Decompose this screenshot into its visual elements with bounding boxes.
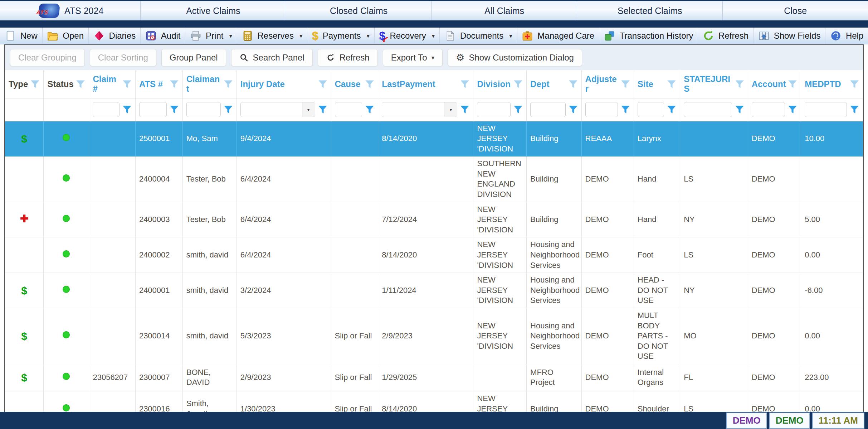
filter-funnel-icon[interactable]: [122, 105, 132, 114]
filter-funnel-icon[interactable]: [850, 80, 859, 88]
filter-funnel-icon[interactable]: [569, 105, 578, 114]
filter-funnel-icon[interactable]: [30, 80, 40, 88]
filter-funnel-icon[interactable]: [788, 80, 797, 88]
filter-funnel-icon[interactable]: [122, 80, 132, 88]
audit-button[interactable]: Audit: [141, 28, 185, 44]
panel-refresh-button[interactable]: Refresh: [318, 49, 378, 66]
tab-selected-claims[interactable]: Selected Claims: [577, 1, 722, 20]
filter-funnel-icon[interactable]: [569, 80, 578, 88]
filter-funnel-icon[interactable]: [460, 80, 469, 88]
table-row[interactable]: $2400001smith, david3/2/20241/11/2024NEW…: [5, 273, 863, 308]
filter-funnel-icon[interactable]: [318, 105, 327, 114]
payments-button[interactable]: $ Payments ▾: [307, 28, 375, 44]
transaction-history-button[interactable]: Transaction History: [599, 28, 698, 44]
filter-funnel-icon[interactable]: [170, 80, 179, 88]
new-button[interactable]: New: [0, 28, 43, 44]
filter-input-adjuster[interactable]: [585, 102, 618, 117]
combo-dropdown-button[interactable]: ▾: [302, 102, 315, 117]
table-row[interactable]: 2400004Tester, Bob6/4/2024SOUTHERN NEW E…: [5, 156, 863, 202]
chevron-down-icon[interactable]: ▾: [299, 32, 303, 40]
filter-funnel-icon[interactable]: [76, 80, 85, 88]
filter-input-site[interactable]: [638, 102, 664, 117]
filter-funnel-icon[interactable]: [621, 105, 630, 114]
chevron-down-icon[interactable]: ▾: [229, 32, 232, 40]
filter-input-medptd[interactable]: [805, 102, 847, 117]
table-row[interactable]: 2300016Smith, Jonathan1/30/2023Slip or F…: [5, 391, 863, 412]
filter-input-division[interactable]: [477, 102, 511, 117]
filter-input-ats[interactable]: [139, 102, 167, 117]
cell-adjuster: DEMO: [581, 237, 634, 273]
show-customization-dialog-button[interactable]: ⚙ Show Customization Dialog: [448, 49, 582, 66]
column-header-claim[interactable]: Claim #: [89, 70, 135, 98]
filter-input-injury[interactable]: [241, 102, 302, 117]
filter-funnel-icon[interactable]: [850, 105, 859, 114]
table-row[interactable]: $2300014smith, david5/3/2023Slip or Fall…: [5, 308, 863, 364]
cell-text: 2500001: [139, 134, 170, 143]
tab-close[interactable]: Close: [722, 1, 868, 20]
filter-input-claim[interactable]: [93, 102, 119, 117]
filter-funnel-icon[interactable]: [667, 80, 676, 88]
filter-funnel-icon[interactable]: [513, 105, 523, 114]
column-header-dept[interactable]: Dept: [527, 70, 581, 98]
column-header-ats[interactable]: ATS #: [135, 70, 182, 98]
column-header-division[interactable]: Division: [473, 70, 527, 98]
filter-funnel-icon[interactable]: [513, 80, 523, 88]
column-header-claimant[interactable]: Claimant: [182, 70, 236, 98]
column-header-cause[interactable]: Cause: [331, 70, 378, 98]
combo-dropdown-button[interactable]: ▾: [444, 102, 457, 117]
table-row[interactable]: $230562072300007BONE, DAVID2/9/2023Slip …: [5, 364, 863, 391]
filter-funnel-icon[interactable]: [170, 105, 179, 114]
chevron-down-icon[interactable]: ▾: [367, 32, 370, 40]
open-button[interactable]: Open: [43, 28, 89, 44]
filter-funnel-icon[interactable]: [735, 105, 744, 114]
tab-all-claims[interactable]: All Claims: [431, 1, 577, 20]
table-row[interactable]: 2400003Tester, Bob6/4/20247/12/2024NEW J…: [5, 202, 863, 237]
column-header-type[interactable]: Type: [5, 70, 44, 98]
filter-funnel-icon[interactable]: [365, 80, 374, 88]
help-button[interactable]: Help: [825, 28, 868, 44]
column-header-injury[interactable]: Injury Date: [236, 70, 331, 98]
refresh-button[interactable]: Refresh: [698, 28, 754, 44]
print-button[interactable]: Print ▾: [185, 28, 237, 44]
export-to-button[interactable]: Export To ▾: [383, 49, 443, 66]
column-header-lastpayment[interactable]: LastPayment: [378, 70, 473, 98]
filter-funnel-icon[interactable]: [667, 105, 676, 114]
managed-care-button[interactable]: Managed Care: [517, 28, 599, 44]
filter-input-lastpayment[interactable]: [382, 102, 444, 117]
tab-closed-claims[interactable]: Closed Claims: [286, 1, 431, 20]
chevron-down-icon[interactable]: ▾: [432, 32, 435, 40]
filter-funnel-icon[interactable]: [224, 105, 233, 114]
table-row[interactable]: $2500001Mo, Sam9/4/20248/14/2020NEW JERS…: [5, 121, 863, 156]
filter-input-claimant[interactable]: [186, 102, 221, 117]
filter-input-account[interactable]: [752, 102, 785, 117]
column-header-status[interactable]: Status: [44, 70, 89, 98]
filter-funnel-icon[interactable]: [788, 105, 797, 114]
clear-grouping-button[interactable]: Clear Grouping: [10, 49, 85, 66]
column-header-site[interactable]: Site: [634, 70, 680, 98]
column-header-account[interactable]: Account: [748, 70, 801, 98]
recovery-button[interactable]: $ Recovery ▾: [375, 28, 440, 44]
filter-funnel-icon[interactable]: [224, 80, 233, 88]
search-panel-button[interactable]: Search Panel: [231, 49, 313, 66]
chevron-down-icon[interactable]: ▾: [509, 32, 512, 40]
table-row[interactable]: 2400002smith, david6/4/20248/14/2020NEW …: [5, 237, 863, 273]
clear-sorting-button[interactable]: Clear Sorting: [90, 49, 156, 66]
column-header-adjuster[interactable]: Adjuster: [581, 70, 634, 98]
filter-input-statejuris[interactable]: [684, 102, 732, 117]
filter-input-dept[interactable]: [530, 102, 565, 117]
filter-funnel-icon[interactable]: [318, 80, 327, 88]
show-fields-button[interactable]: Show Fields: [754, 28, 825, 44]
filter-funnel-icon[interactable]: [365, 105, 374, 114]
filter-funnel-icon[interactable]: [621, 80, 630, 88]
filter-funnel-icon[interactable]: [735, 80, 744, 88]
cell-claim: [89, 237, 135, 273]
column-header-medptd[interactable]: MEDPTD: [801, 70, 863, 98]
tab-active-claims[interactable]: Active Claims: [140, 1, 286, 20]
filter-funnel-icon[interactable]: [460, 105, 469, 114]
diaries-button[interactable]: Diaries: [89, 28, 141, 44]
column-header-statejuris[interactable]: STATEJURIS: [680, 70, 748, 98]
filter-input-cause[interactable]: [335, 102, 362, 117]
group-panel-button[interactable]: Group Panel: [161, 49, 226, 66]
documents-button[interactable]: Documents ▾: [440, 28, 517, 44]
reserves-button[interactable]: Reserves ▾: [237, 28, 307, 44]
